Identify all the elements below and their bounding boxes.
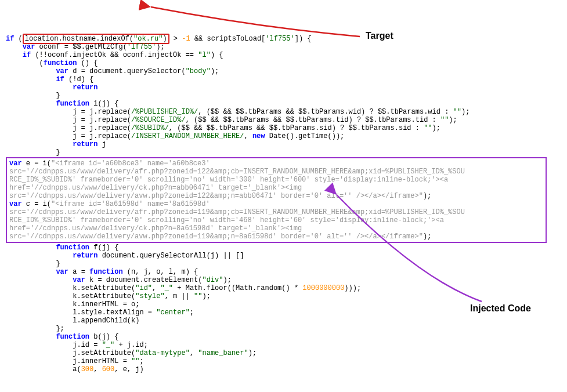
- annotation-injected: Injected Code: [470, 304, 531, 313]
- annotation-target: Target: [366, 32, 393, 40]
- keyword-if: if: [6, 35, 14, 43]
- arrow-target: [145, 5, 366, 39]
- code-block: if (location.hostname.indexOf("ok.ru") >…: [6, 35, 561, 373]
- injected-code-highlight: var e = i("<iframe id='a60b8ce3' name='a…: [6, 157, 547, 243]
